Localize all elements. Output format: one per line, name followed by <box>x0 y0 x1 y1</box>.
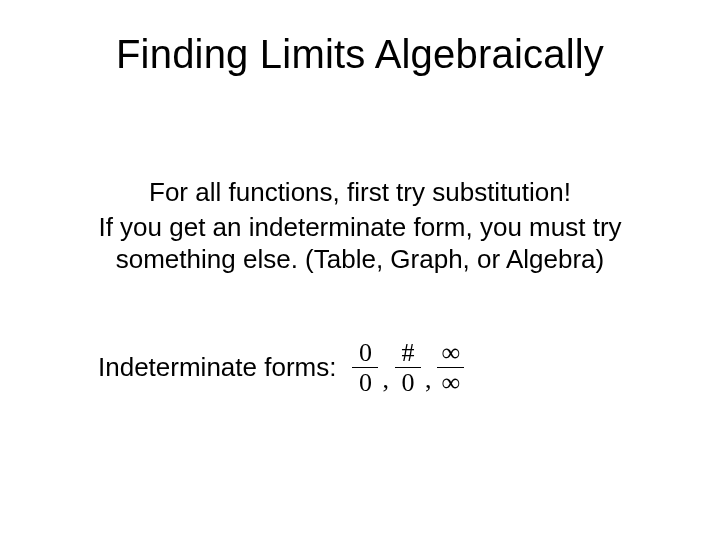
fraction-2-denominator: 0 <box>395 368 421 397</box>
indeterminate-forms-row: Indeterminate forms: 0 0 , # 0 , ∞ ∞ <box>98 338 660 397</box>
fraction-3-numerator: ∞ <box>437 338 464 367</box>
fraction-1: 0 0 <box>352 338 378 397</box>
separator-1: , <box>380 367 393 397</box>
slide-title: Finding Limits Algebraically <box>0 32 720 77</box>
slide-body: For all functions, first try substitutio… <box>48 176 672 276</box>
fraction-2: # 0 <box>395 338 421 397</box>
fraction-1-denominator: 0 <box>352 368 378 397</box>
body-line-1: For all functions, first try substitutio… <box>48 176 672 209</box>
indeterminate-forms-expressions: 0 0 , # 0 , ∞ ∞ <box>350 338 466 397</box>
fraction-2-numerator: # <box>395 338 421 367</box>
fraction-3: ∞ ∞ <box>437 338 464 397</box>
fraction-3-denominator: ∞ <box>437 368 464 397</box>
fraction-1-numerator: 0 <box>352 338 378 367</box>
separator-2: , <box>423 367 436 397</box>
body-line-2: If you get an indeterminate form, you mu… <box>48 211 672 276</box>
indeterminate-forms-label: Indeterminate forms: <box>98 352 336 383</box>
slide: Finding Limits Algebraically For all fun… <box>0 0 720 540</box>
